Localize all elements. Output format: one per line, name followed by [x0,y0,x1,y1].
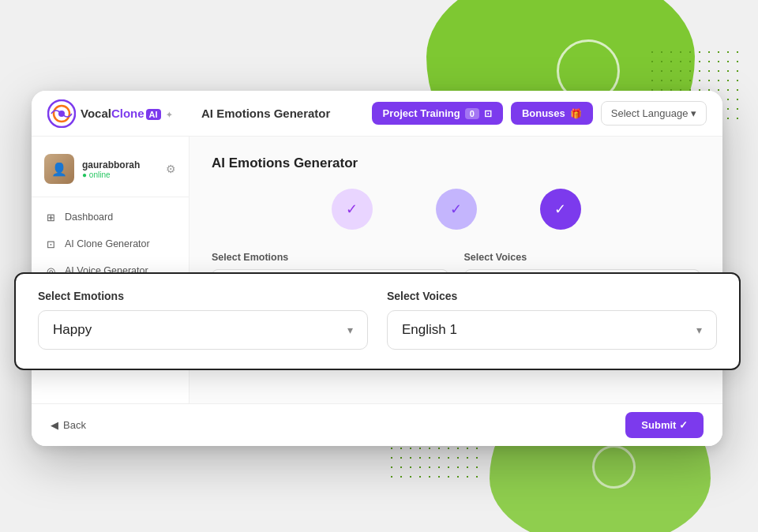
submit-label: Submit ✓ [641,419,688,431]
logo-area: VocalCloneAI ✦ [47,99,201,128]
select-language-button[interactable]: Select Language ▾ [601,101,707,126]
project-training-icon: ⊡ [484,108,492,119]
user-name: gaurabborah [82,159,158,170]
topbar: VocalCloneAI ✦ AI Emotions Generator Pro… [32,91,722,137]
tooltip-voices-label: Select Voices [387,290,717,302]
sidebar-item-label: Dashboard [65,212,113,223]
tooltip-voices-value: English 1 [402,322,457,338]
settings-icon[interactable]: ⚙ [166,163,176,175]
bonuses-icon: 🎁 [570,108,582,119]
chevron-down-icon: ▾ [696,324,702,336]
topbar-title: AI Emotions Generator [201,107,372,120]
sidebar-item-clone-generator[interactable]: ⊡ AI Clone Generator [32,230,189,257]
dashboard-icon: ⊞ [44,211,57,223]
clone-generator-icon: ⊡ [44,238,57,250]
user-status: ● online [82,170,158,179]
back-arrow-icon: ◀ [51,419,58,431]
emotions-label: Select Emotions [212,252,448,263]
page-title: AI Emotions Generator [212,155,700,171]
tooltip-overlay: Select Emotions Happy ▾ Select Voices En… [14,272,741,370]
logo-icon [47,99,76,128]
submit-button[interactable]: Submit ✓ [625,412,704,438]
circle-outline-bottom [592,445,636,489]
main-window: VocalCloneAI ✦ AI Emotions Generator Pro… [32,91,722,446]
project-training-label: Project Training [383,107,460,119]
tooltip-row: Select Emotions Happy ▾ Select Voices En… [38,290,717,350]
tooltip-voices-group: Select Voices English 1 ▾ [387,290,717,350]
chevron-down-icon: ▾ [691,107,696,119]
tooltip-emotions-value: Happy [53,322,92,338]
project-training-badge: 0 [465,108,479,119]
user-details: gaurabborah ● online [82,159,158,179]
select-language-label: Select Language [611,107,689,119]
voices-label: Select Voices [464,252,701,263]
chevron-down-icon: ▾ [347,324,353,336]
step-indicators: ✓ ✓ ✓ [212,189,700,230]
sidebar-item-dashboard[interactable]: ⊞ Dashboard [32,204,189,230]
step-1: ✓ [332,189,373,230]
avatar: 👤 [44,154,74,184]
step-3: ✓ [540,189,581,230]
user-info: 👤 gaurabborah ● online ⚙ [32,148,189,197]
step-2: ✓ [436,189,477,230]
back-label: Back [63,419,86,431]
bonuses-label: Bonuses [522,107,565,119]
sidebar-item-label: AI Clone Generator [65,238,150,249]
tooltip-emotions-group: Select Emotions Happy ▾ [38,290,368,350]
bonuses-button[interactable]: Bonuses 🎁 [511,102,593,125]
topbar-actions: Project Training 0 ⊡ Bonuses 🎁 Select La… [372,101,707,126]
tooltip-emotions-select[interactable]: Happy ▾ [38,310,368,350]
tooltip-voices-select[interactable]: English 1 ▾ [387,310,717,350]
back-button[interactable]: ◀ Back [51,419,86,431]
tooltip-emotions-label: Select Emotions [38,290,368,302]
logo-text: VocalCloneAI ✦ [81,107,172,120]
bottom-bar: ◀ Back Submit ✓ [32,403,722,446]
avatar-inner: 👤 [44,154,74,184]
project-training-button[interactable]: Project Training 0 ⊡ [372,102,503,125]
